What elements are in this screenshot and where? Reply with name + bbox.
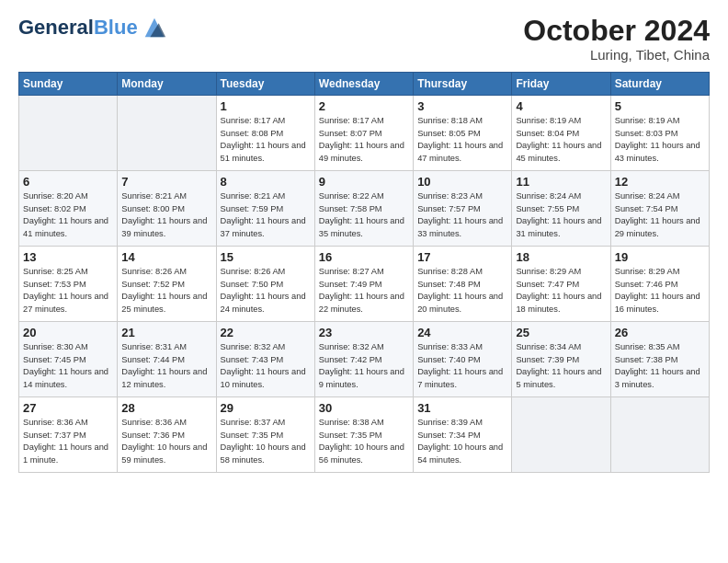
day-number: 19 — [615, 250, 705, 264]
day-number: 25 — [516, 326, 606, 339]
cell-daylight-info: Sunrise: 8:36 AM Sunset: 7:37 PM Dayligh… — [23, 417, 113, 466]
weekday-header-row: SundayMondayTuesdayWednesdayThursdayFrid… — [19, 73, 710, 96]
day-number: 27 — [23, 401, 113, 415]
day-number: 1 — [221, 99, 311, 113]
cell-daylight-info: Sunrise: 8:19 AM Sunset: 8:04 PM Dayligh… — [516, 115, 606, 165]
cell-daylight-info: Sunrise: 8:30 AM Sunset: 7:45 PM Dayligh… — [23, 341, 113, 391]
day-number: 15 — [221, 250, 311, 264]
cell-daylight-info: Sunrise: 8:31 AM Sunset: 7:44 PM Dayligh… — [121, 341, 211, 391]
calendar-cell: 24Sunrise: 8:33 AM Sunset: 7:40 PM Dayli… — [414, 322, 512, 397]
calendar-cell: 13Sunrise: 8:25 AM Sunset: 7:53 PM Dayli… — [19, 247, 118, 322]
calendar-table: SundayMondayTuesdayWednesdayThursdayFrid… — [18, 72, 710, 473]
cell-daylight-info: Sunrise: 8:28 AM Sunset: 7:48 PM Dayligh… — [417, 266, 507, 316]
cell-daylight-info: Sunrise: 8:32 AM Sunset: 7:42 PM Dayligh… — [319, 341, 409, 391]
day-number: 23 — [319, 326, 409, 339]
calendar-cell: 27Sunrise: 8:36 AM Sunset: 7:37 PM Dayli… — [19, 397, 118, 473]
calendar-cell: 6Sunrise: 8:20 AM Sunset: 8:02 PM Daylig… — [19, 171, 118, 247]
day-number: 5 — [615, 99, 705, 113]
location: Luring, Tibet, China — [523, 47, 710, 63]
day-number: 7 — [121, 175, 211, 189]
header: GeneralBlue October 2024 Luring, Tibet, … — [18, 15, 710, 63]
cell-daylight-info: Sunrise: 8:26 AM Sunset: 7:52 PM Dayligh… — [121, 266, 211, 316]
cell-daylight-info: Sunrise: 8:23 AM Sunset: 7:57 PM Dayligh… — [417, 190, 507, 240]
calendar-cell: 31Sunrise: 8:39 AM Sunset: 7:34 PM Dayli… — [414, 397, 512, 473]
cell-daylight-info: Sunrise: 8:24 AM Sunset: 7:54 PM Dayligh… — [615, 190, 705, 240]
cell-daylight-info: Sunrise: 8:24 AM Sunset: 7:55 PM Dayligh… — [516, 190, 606, 240]
month-title: October 2024 — [523, 15, 710, 47]
day-number: 11 — [516, 175, 606, 189]
day-number: 29 — [221, 401, 311, 415]
weekday-header: Wednesday — [314, 73, 413, 96]
calendar-cell: 1Sunrise: 8:17 AM Sunset: 8:08 PM Daylig… — [216, 96, 314, 171]
calendar-cell: 16Sunrise: 8:27 AM Sunset: 7:49 PM Dayli… — [314, 247, 413, 322]
calendar-cell: 7Sunrise: 8:21 AM Sunset: 8:00 PM Daylig… — [118, 171, 216, 247]
calendar-cell: 29Sunrise: 8:37 AM Sunset: 7:35 PM Dayli… — [216, 397, 314, 473]
logo: GeneralBlue — [18, 15, 167, 40]
cell-daylight-info: Sunrise: 8:39 AM Sunset: 7:34 PM Dayligh… — [417, 417, 507, 466]
calendar-cell — [118, 96, 216, 171]
day-number: 9 — [319, 175, 409, 189]
day-number: 10 — [417, 175, 507, 189]
calendar-cell: 30Sunrise: 8:38 AM Sunset: 7:35 PM Dayli… — [314, 397, 413, 473]
cell-daylight-info: Sunrise: 8:32 AM Sunset: 7:43 PM Dayligh… — [221, 341, 311, 391]
cell-daylight-info: Sunrise: 8:26 AM Sunset: 7:50 PM Dayligh… — [221, 266, 311, 316]
calendar-cell — [512, 397, 610, 473]
cell-daylight-info: Sunrise: 8:37 AM Sunset: 7:35 PM Dayligh… — [221, 417, 311, 466]
cell-daylight-info: Sunrise: 8:36 AM Sunset: 7:36 PM Dayligh… — [121, 417, 211, 466]
day-number: 8 — [221, 175, 311, 189]
calendar-week-row: 27Sunrise: 8:36 AM Sunset: 7:37 PM Dayli… — [19, 397, 710, 473]
calendar-cell: 25Sunrise: 8:34 AM Sunset: 7:39 PM Dayli… — [512, 322, 610, 397]
day-number: 6 — [23, 175, 113, 189]
weekday-header: Saturday — [610, 73, 709, 96]
cell-daylight-info: Sunrise: 8:17 AM Sunset: 8:08 PM Dayligh… — [221, 115, 311, 165]
cell-daylight-info: Sunrise: 8:38 AM Sunset: 7:35 PM Dayligh… — [319, 417, 409, 466]
calendar-cell: 17Sunrise: 8:28 AM Sunset: 7:48 PM Dayli… — [414, 247, 512, 322]
cell-daylight-info: Sunrise: 8:22 AM Sunset: 7:58 PM Dayligh… — [319, 190, 409, 240]
day-number: 13 — [23, 250, 113, 264]
weekday-header: Thursday — [414, 73, 512, 96]
calendar-cell: 20Sunrise: 8:30 AM Sunset: 7:45 PM Dayli… — [19, 322, 118, 397]
day-number: 3 — [417, 99, 507, 113]
day-number: 31 — [417, 401, 507, 415]
cell-daylight-info: Sunrise: 8:21 AM Sunset: 7:59 PM Dayligh… — [221, 190, 311, 240]
calendar-cell — [610, 397, 709, 473]
cell-daylight-info: Sunrise: 8:20 AM Sunset: 8:02 PM Dayligh… — [23, 190, 113, 240]
cell-daylight-info: Sunrise: 8:35 AM Sunset: 7:38 PM Dayligh… — [615, 341, 705, 391]
calendar-cell: 22Sunrise: 8:32 AM Sunset: 7:43 PM Dayli… — [216, 322, 314, 397]
day-number: 20 — [23, 326, 113, 339]
day-number: 16 — [319, 250, 409, 264]
calendar-cell: 21Sunrise: 8:31 AM Sunset: 7:44 PM Dayli… — [118, 322, 216, 397]
calendar-cell: 18Sunrise: 8:29 AM Sunset: 7:47 PM Dayli… — [512, 247, 610, 322]
logo-icon — [142, 15, 167, 40]
cell-daylight-info: Sunrise: 8:29 AM Sunset: 7:47 PM Dayligh… — [516, 266, 606, 316]
page: GeneralBlue October 2024 Luring, Tibet, … — [0, 0, 728, 482]
calendar-cell: 19Sunrise: 8:29 AM Sunset: 7:46 PM Dayli… — [610, 247, 709, 322]
calendar-week-row: 1Sunrise: 8:17 AM Sunset: 8:08 PM Daylig… — [19, 96, 710, 171]
title-block: October 2024 Luring, Tibet, China — [523, 15, 710, 63]
calendar-cell: 15Sunrise: 8:26 AM Sunset: 7:50 PM Dayli… — [216, 247, 314, 322]
calendar-cell: 14Sunrise: 8:26 AM Sunset: 7:52 PM Dayli… — [118, 247, 216, 322]
day-number: 14 — [121, 250, 211, 264]
day-number: 12 — [615, 175, 705, 189]
calendar-cell: 4Sunrise: 8:19 AM Sunset: 8:04 PM Daylig… — [512, 96, 610, 171]
day-number: 24 — [417, 326, 507, 339]
day-number: 2 — [319, 99, 409, 113]
cell-daylight-info: Sunrise: 8:19 AM Sunset: 8:03 PM Dayligh… — [615, 115, 705, 165]
day-number: 21 — [121, 326, 211, 339]
calendar-cell: 23Sunrise: 8:32 AM Sunset: 7:42 PM Dayli… — [314, 322, 413, 397]
cell-daylight-info: Sunrise: 8:18 AM Sunset: 8:05 PM Dayligh… — [417, 115, 507, 165]
day-number: 4 — [516, 99, 606, 113]
weekday-header: Monday — [118, 73, 216, 96]
logo-text: GeneralBlue — [18, 17, 138, 39]
calendar-body: 1Sunrise: 8:17 AM Sunset: 8:08 PM Daylig… — [19, 96, 710, 473]
day-number: 22 — [221, 326, 311, 339]
calendar-cell: 2Sunrise: 8:17 AM Sunset: 8:07 PM Daylig… — [314, 96, 413, 171]
calendar-cell — [19, 96, 118, 171]
day-number: 18 — [516, 250, 606, 264]
cell-daylight-info: Sunrise: 8:21 AM Sunset: 8:00 PM Dayligh… — [121, 190, 211, 240]
weekday-header: Sunday — [19, 73, 118, 96]
cell-daylight-info: Sunrise: 8:17 AM Sunset: 8:07 PM Dayligh… — [319, 115, 409, 165]
day-number: 26 — [615, 326, 705, 339]
calendar-cell: 10Sunrise: 8:23 AM Sunset: 7:57 PM Dayli… — [414, 171, 512, 247]
weekday-header: Friday — [512, 73, 610, 96]
